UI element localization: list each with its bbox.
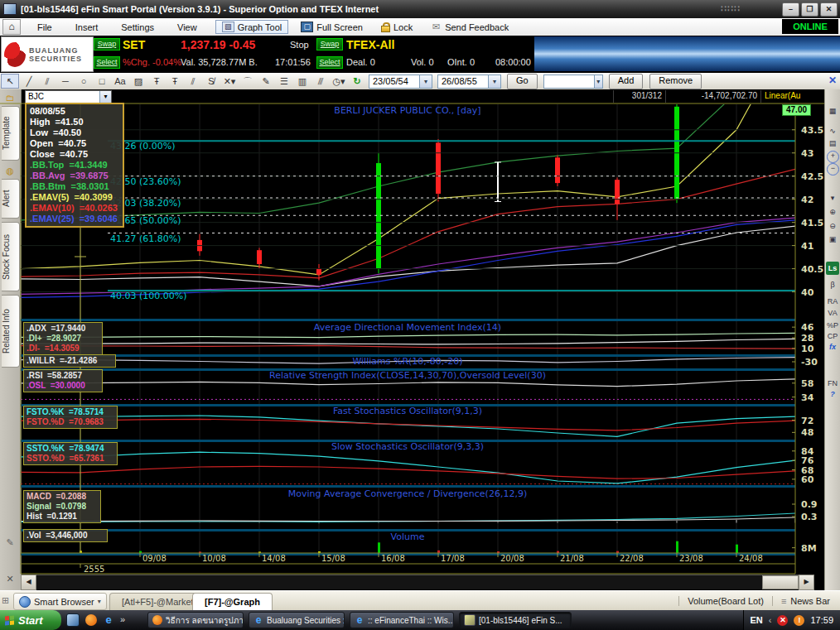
magnify-minus-icon[interactable]: ⊖: [826, 219, 839, 233]
menu-settings[interactable]: Settings: [109, 22, 166, 32]
chart-workspace: 🗀 Template ◍ Alert Stock Focus Related I…: [0, 89, 840, 590]
chevron-down-icon[interactable]: ▾: [419, 75, 432, 88]
chart-canvas[interactable]: [21, 89, 824, 590]
date-from-combo[interactable]: 23/05/54▾: [369, 75, 432, 89]
percent-tool-icon[interactable]: S̸: [203, 75, 220, 88]
va-icon[interactable]: VA: [826, 306, 839, 320]
delete-drawing-icon[interactable]: ✕▾: [221, 75, 238, 88]
scroll-left-arrow[interactable]: ◀: [21, 575, 36, 590]
remove-button[interactable]: Remove: [649, 74, 702, 89]
language-indicator[interactable]: EN: [751, 615, 763, 625]
tfex-select-button[interactable]: Select: [316, 56, 343, 69]
indicator-combo[interactable]: ▾: [543, 75, 603, 89]
trend-line-icon[interactable]: ╱: [21, 75, 37, 88]
tray-warning-icon[interactable]: !: [794, 615, 804, 626]
menu-graph-tool[interactable]: ▧ Graph Tool: [215, 20, 289, 34]
period-clock-icon[interactable]: ◷▾: [331, 75, 347, 88]
set-select-button[interactable]: Select: [94, 56, 120, 69]
menu-insert[interactable]: Insert: [64, 22, 110, 32]
set-swap-button[interactable]: Swap: [94, 38, 120, 50]
refresh-icon[interactable]: ↻: [349, 75, 365, 88]
help-icon[interactable]: ?: [826, 387, 839, 401]
scroll-right-arrow[interactable]: ▶: [799, 575, 814, 590]
close-icon[interactable]: ✕: [2, 573, 17, 585]
shaded-channel-icon[interactable]: ▨: [130, 75, 147, 88]
parallel-lines-icon[interactable]: ⫽: [39, 75, 56, 88]
h-scrollbar-track[interactable]: [21, 575, 813, 589]
set-pct-change: %Chg. -0.04%: [123, 57, 181, 67]
home-icon[interactable]: ⌂: [2, 19, 21, 35]
menu-lock[interactable]: Lock: [375, 22, 418, 33]
gann-fan-icon[interactable]: ⫻: [312, 75, 329, 88]
smart-browser-button[interactable]: Smart Browser ▾: [13, 593, 107, 610]
last-sale-icon[interactable]: Ls: [826, 262, 839, 275]
fibonacci-retracement-icon[interactable]: Ŧ: [148, 75, 165, 88]
go-button[interactable]: Go: [507, 74, 538, 89]
select-cursor-icon[interactable]: ↖: [1, 74, 19, 89]
chevron-down-icon[interactable]: ▾: [488, 75, 500, 88]
taskbar-window-0[interactable]: วิธีการ ลดขนาดรูปภาพ(...: [147, 612, 244, 628]
date-to-combo[interactable]: 26/08/55▾: [437, 75, 501, 89]
zoom-in-icon[interactable]: +: [827, 151, 839, 163]
restore-button[interactable]: ❐: [801, 2, 818, 17]
tfex-swap-button[interactable]: Swap: [316, 38, 343, 50]
full-screen-icon: ▢: [301, 22, 313, 32]
export-chart-icon[interactable]: ▤: [826, 137, 839, 150]
h-scrollbar-thumb[interactable]: [762, 575, 799, 589]
line-chart-icon[interactable]: ∿: [826, 124, 839, 137]
taskbar-window-1[interactable]: eBualuang Securities : ...: [249, 612, 345, 628]
minimize-button[interactable]: –: [782, 2, 799, 17]
close-button[interactable]: ✕: [820, 2, 838, 17]
arc-tool-icon[interactable]: ⌒: [239, 75, 256, 88]
magnify-plus-icon[interactable]: ⊕: [826, 205, 839, 219]
menu-view[interactable]: View: [166, 22, 209, 32]
beta-icon[interactable]: β: [826, 278, 839, 291]
sidebar-tab-template[interactable]: Template: [2, 106, 20, 161]
fx-icon[interactable]: fx: [826, 340, 839, 353]
screenshot-icon[interactable]: ▣: [826, 233, 839, 246]
cursor-mode-icon[interactable]: ▾: [826, 191, 839, 204]
show-desktop-icon[interactable]: [66, 613, 80, 627]
ie-icon[interactable]: e: [103, 614, 114, 626]
chevron-down-icon[interactable]: ▾: [594, 75, 602, 88]
volume-board-lot-label[interactable]: Volume(Board Lot): [678, 596, 772, 606]
set-time: 17:01:56: [275, 57, 311, 67]
horizontal-levels-icon[interactable]: ☰: [276, 75, 292, 88]
pencil-icon[interactable]: ✎: [2, 536, 17, 549]
alert-bell-icon[interactable]: ◍: [2, 165, 17, 177]
taskbar-window-2[interactable]: e:: eFinanceThai :: Wis...: [350, 612, 454, 628]
symbol-dropdown[interactable]: BJC ▾: [25, 90, 112, 104]
vertical-grid-icon[interactable]: ▥: [294, 75, 311, 88]
text-tool-icon[interactable]: Aa: [112, 75, 128, 88]
zoom-out-icon[interactable]: −: [827, 163, 839, 176]
taskbar-window-3[interactable]: [01-bls15446] eFin S...: [459, 612, 572, 628]
tfex-oint: OInt. 0: [447, 57, 475, 67]
sidebar-tab-related-info[interactable]: Related Info: [2, 295, 20, 368]
chart-type-icon[interactable]: ▦: [826, 104, 839, 118]
folder-icon[interactable]: 🗀: [2, 92, 17, 104]
tray-error-icon[interactable]: ✕: [777, 615, 788, 626]
menu-file[interactable]: File: [26, 22, 64, 32]
horizontal-line-icon[interactable]: ─: [57, 75, 74, 88]
tray-chevron-icon[interactable]: ‹: [769, 615, 772, 625]
firefox-icon[interactable]: [85, 614, 97, 626]
title-bar[interactable]: [01-bls15446] eFin Smart Portal (Version…: [0, 0, 840, 18]
chevron-down-icon[interactable]: ▾: [99, 91, 111, 103]
fibonacci-extension-icon[interactable]: Ŧ: [167, 75, 183, 88]
rectangle-tool-icon[interactable]: □: [94, 75, 110, 88]
grid-icon[interactable]: ⊞: [2, 595, 9, 606]
sidebar-tab-stock-focus[interactable]: Stock Focus: [2, 222, 20, 291]
menu-full-screen[interactable]: ▢ Full Screen: [295, 21, 369, 33]
start-button[interactable]: Start: [0, 610, 61, 630]
lock-icon: [381, 22, 390, 31]
news-bar-button[interactable]: ≡ News Bar: [772, 596, 838, 606]
sidebar-tab-alert[interactable]: Alert: [2, 179, 20, 219]
annotation-pencil-icon[interactable]: ✎: [258, 75, 274, 88]
add-button[interactable]: Add: [609, 74, 644, 89]
ellipse-tool-icon[interactable]: ○: [75, 75, 92, 88]
tab-graph[interactable]: [F7]-@Graph: [192, 593, 273, 610]
quick-launch-more-icon[interactable]: »: [120, 614, 125, 626]
parallel-channel-icon[interactable]: ⫽: [185, 75, 201, 88]
menu-send-feedback[interactable]: ✉ Send Feedback: [425, 22, 514, 33]
toolbar-close-icon[interactable]: ✕: [828, 75, 837, 86]
